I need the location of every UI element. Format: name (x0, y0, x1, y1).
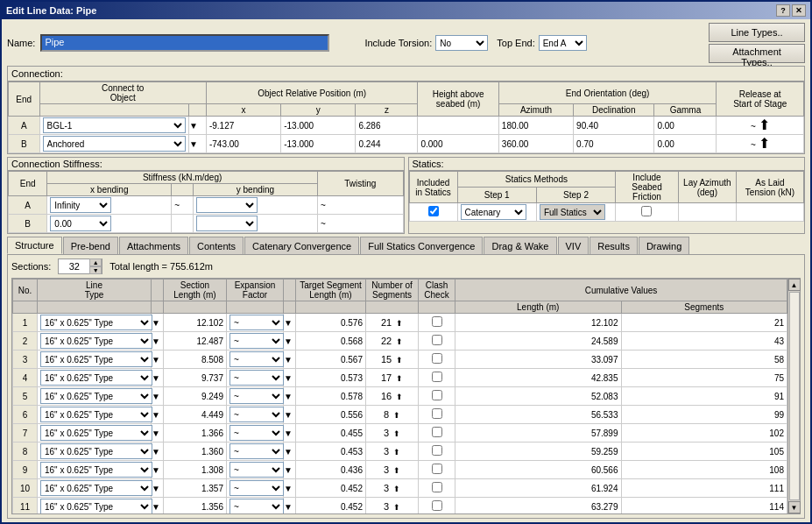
row-clash (419, 461, 455, 479)
included-checkbox[interactable] (428, 206, 439, 216)
tab-drag-wake[interactable]: Drag & Wake (484, 237, 556, 254)
row-length: 8.508 (164, 351, 227, 369)
clash-checkbox[interactable] (432, 316, 442, 327)
stiff-x-a-select[interactable]: Infinity (50, 197, 111, 213)
th-section-length: SectionLength (m) (164, 280, 227, 301)
stiff-y-a-select[interactable] (196, 197, 258, 213)
tab-full-statics-convergence[interactable]: Full Statics Convergence (360, 237, 483, 254)
clash-checkbox[interactable] (432, 482, 442, 492)
expansion-select[interactable]: ~ (229, 351, 284, 367)
exp-arrow: ▼ (284, 479, 296, 498)
tab-attachments[interactable]: Attachments (119, 237, 188, 254)
th-z: z (356, 104, 418, 117)
clash-checkbox[interactable] (432, 372, 442, 382)
line-types-button[interactable]: Line Types.. (709, 23, 805, 42)
type-select[interactable]: 16" x 0.625" Type (40, 388, 152, 404)
clash-checkbox[interactable] (432, 427, 442, 437)
tab-prebend[interactable]: Pre-bend (63, 237, 118, 254)
connection-header: Connection: (8, 67, 804, 81)
exp-arrow: ▼ (284, 332, 296, 351)
sections-spinner[interactable]: ▲ ▼ (58, 258, 102, 274)
include-torsion-select[interactable]: No (435, 35, 488, 51)
main-content: Name: Pipe Include Torsion: No Top End: (2, 19, 810, 522)
expansion-select[interactable]: ~ (229, 315, 284, 330)
clash-checkbox[interactable] (432, 500, 442, 511)
th-release: Release atStart of Stage (717, 82, 804, 117)
tab-catenary-convergence[interactable]: Catenary Convergence (244, 237, 359, 254)
type-select[interactable]: 16" x 0.625" Type (40, 333, 152, 349)
row-expansion: ~ (227, 424, 284, 443)
scrollbar[interactable]: ▲ ▼ (788, 278, 801, 514)
th-lt-2 (38, 301, 152, 314)
type-select[interactable]: 16" x 0.625" Type (40, 370, 152, 386)
attachment-types-button[interactable]: Attachment Types.. (709, 44, 805, 63)
row-no: 6 (13, 406, 38, 424)
type-select[interactable]: 16" x 0.625" Type (40, 499, 152, 514)
clash-checkbox[interactable] (432, 353, 442, 364)
step2-select[interactable]: Full Statics (540, 204, 605, 220)
row-target: 0.578 (296, 387, 366, 406)
type-select[interactable]: 16" x 0.625" Type (40, 315, 152, 330)
name-input[interactable]: Pipe (40, 34, 329, 52)
clash-checkbox[interactable] (432, 408, 442, 419)
tab-contents[interactable]: Contents (189, 237, 244, 254)
sections-up-btn[interactable]: ▲ (89, 258, 102, 266)
table-row: 7 16" x 0.625" Type ▼ 1.366 ~ ▼ 0.455 3 … (13, 424, 787, 443)
release-b: ~ ⬆ (717, 135, 804, 153)
stiff-y-b-select[interactable] (196, 216, 258, 231)
top-end-select[interactable]: End A (539, 35, 587, 51)
tab-results[interactable]: Results (590, 237, 638, 254)
clash-checkbox[interactable] (432, 445, 442, 456)
statics-th-step2: Step 2 (536, 188, 615, 203)
scroll-down-btn[interactable]: ▼ (788, 501, 801, 513)
seabed-checkbox[interactable] (641, 206, 652, 216)
expansion-select[interactable]: ~ (229, 333, 284, 349)
row-expansion: ~ (227, 498, 284, 515)
row-cum-seg: 21 (621, 314, 787, 332)
type-arrow: ▼ (152, 314, 164, 332)
sections-down-btn[interactable]: ▼ (89, 266, 102, 274)
th-end-orient: End Orientation (deg) (498, 82, 717, 104)
help-button[interactable]: ? (776, 4, 790, 17)
statics-header: Statics: (409, 158, 805, 171)
expansion-select[interactable]: ~ (229, 499, 284, 514)
stiff-x-b-select[interactable]: 0.00 (50, 216, 111, 231)
type-select[interactable]: 16" x 0.625" Type (40, 462, 152, 478)
expansion-select[interactable]: ~ (229, 443, 284, 459)
row-clash (419, 369, 455, 387)
row-no: 5 (13, 387, 38, 406)
scroll-up-btn[interactable]: ▲ (788, 279, 801, 291)
step1-select[interactable]: Catenary (461, 204, 526, 220)
type-select[interactable]: 16" x 0.625" Type (40, 351, 152, 367)
close-button[interactable]: ✕ (792, 4, 806, 17)
row-cum-len: 59.259 (455, 443, 622, 461)
data-table-wrapper[interactable]: No. LineType SectionLength (m) Expansion… (11, 278, 788, 514)
type-select[interactable]: 16" x 0.625" Type (40, 443, 152, 459)
expansion-select[interactable]: ~ (229, 407, 284, 422)
type-arrow: ▼ (152, 332, 164, 351)
expansion-select[interactable]: ~ (229, 480, 284, 496)
type-select[interactable]: 16" x 0.625" Type (40, 480, 152, 496)
expansion-select[interactable]: ~ (229, 388, 284, 404)
expansion-select[interactable]: ~ (229, 370, 284, 386)
clash-checkbox[interactable] (432, 335, 442, 345)
obj-b-arrow: ▼ (189, 135, 207, 153)
type-select[interactable]: 16" x 0.625" Type (40, 407, 152, 422)
clash-checkbox[interactable] (432, 464, 442, 474)
sections-input[interactable] (59, 259, 89, 273)
expansion-select[interactable]: ~ (229, 462, 284, 478)
connection-section: Connection: End Connect toObject Object … (7, 66, 805, 154)
tab-drawing[interactable]: Drawing (639, 237, 689, 254)
expansion-select[interactable]: ~ (229, 425, 284, 441)
object-a-select[interactable]: BGL-1 (43, 117, 187, 133)
type-select[interactable]: 16" x 0.625" Type (40, 425, 152, 441)
row-segments: 3 ⬆ (366, 498, 419, 515)
tab-structure[interactable]: Structure (7, 237, 62, 254)
clash-checkbox[interactable] (432, 390, 442, 400)
table-row: 10 16" x 0.625" Type ▼ 1.357 ~ ▼ 0.452 3… (13, 479, 787, 498)
stiffness-header: Connection Stiffness: (8, 158, 404, 171)
tab-viv[interactable]: VIV (558, 237, 590, 254)
object-b-select[interactable]: Anchored (43, 136, 187, 152)
type-arrow: ▼ (152, 406, 164, 424)
release-a: ~ ⬆ (717, 117, 804, 135)
